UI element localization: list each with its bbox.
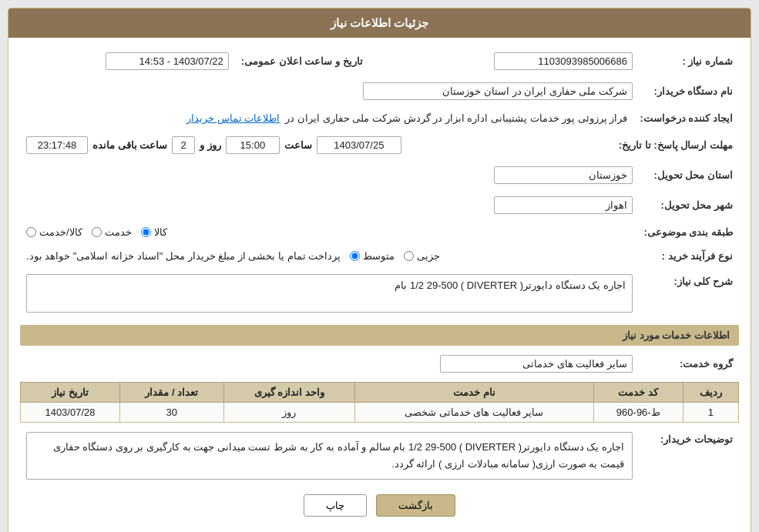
purchase-type-label: نوع فرآیند خرید : [639,247,739,265]
creator-value: فراز پرزوئی پور خدمات پشتیبانی اداره ابز… [285,112,627,124]
buyer-notes-value: اجاره یک دستگاه دایورتر( DIVERTER ) 1/2 … [26,432,633,480]
service-group-value: سایر فعالیت های خدماتی [440,355,633,373]
services-table: ردیف کد خدمت نام خدمت واحد اندازه گیری ت… [20,382,739,423]
announce-label: تاریخ و ساعت اعلان عمومی: [235,49,369,73]
deadline-label: مهلت ارسال پاسخ: تا تاریخ: [613,133,739,157]
row-unit: روز [223,403,354,423]
col-header-unit: واحد اندازه گیری [223,383,354,403]
col-header-name: نام خدمت [354,383,593,403]
print-button[interactable]: چاپ [304,494,367,517]
province-value: خوزستان [494,166,633,184]
category-option-kala-khadamat[interactable]: کالا/خدمت [26,226,82,238]
purchase-type-motavasset[interactable]: متوسط [350,250,395,262]
category-option-kala[interactable]: کالا [141,226,167,238]
buyer-notes-label: توضیحات خریدار: [639,429,739,483]
category-option-kala-khadamat-label: کالا/خدمت [39,226,82,238]
table-row: 1 ط-96-960 سایر فعالیت های خدماتی شخصی ر… [21,403,739,423]
col-header-date: تاریخ نیاز [21,383,120,403]
row-date: 1403/07/28 [21,403,120,423]
creator-link[interactable]: اطلاعات تماس خریدار [186,112,280,124]
page-title: جزئیات اطلاعات نیاز [8,8,751,38]
need-number-value: 1103093985006686 [494,52,633,70]
category-option-khadamat[interactable]: خدمت [92,226,132,238]
creator-label: ایجاد کننده درخواست: [633,109,739,127]
city-value: اهواز [494,196,633,214]
col-header-code: کد خدمت [593,383,683,403]
row-code: ط-96-960 [593,403,683,423]
col-header-row: ردیف [683,383,738,403]
need-number-label: شماره نیاز : [639,49,739,73]
deadline-remaining: 23:17:48 [26,136,88,154]
col-header-qty: تعداد / مقدار [119,383,223,403]
row-quantity: 30 [119,403,223,423]
announce-value: 1403/07/22 - 14:53 [106,52,229,70]
deadline-time-label: ساعت [284,139,312,151]
deadline-days: 2 [172,136,195,154]
category-option-kala-label: کالا [154,226,167,238]
service-group-label: گروه خدمت: [639,352,739,376]
category-option-khadamat-label: خدمت [105,226,132,238]
purchase-type-jozei[interactable]: جزیی [404,250,440,262]
deadline-time: 15:00 [226,136,280,154]
need-description-value: اجاره یک دستگاه دایورتر( DIVERTER ) 1/2 … [26,274,633,313]
deadline-day-label: روز و [200,139,221,151]
purchase-type-note: پرداخت تمام یا بخشی از مبلغ خریدار محل "… [26,250,341,262]
row-index: 1 [683,403,738,423]
buyer-org-value: شرکت ملی حفاری ایران در استان خوزستان [363,82,633,100]
need-description-label: شرح کلی نیاز: [639,271,739,316]
category-label: طبقه بندی موضوعی: [637,223,739,241]
deadline-remaining-label: ساعت باقی مانده [92,139,167,151]
city-label: شهر محل تحویل: [639,193,739,217]
deadline-date: 1403/07/25 [317,136,401,154]
button-row: بازگشت چاپ [20,494,739,524]
buyer-org-label: نام دستگاه خریدار: [639,79,739,103]
back-button[interactable]: بازگشت [376,494,455,517]
row-name: سایر فعالیت های خدماتی شخصی [354,403,593,423]
services-section-title: اطلاعات خدمات مورد نیاز [20,325,739,346]
province-label: استان محل تحویل: [639,163,739,187]
purchase-type-motavasset-label: متوسط [363,250,395,262]
purchase-type-jozei-label: جزیی [417,250,440,262]
